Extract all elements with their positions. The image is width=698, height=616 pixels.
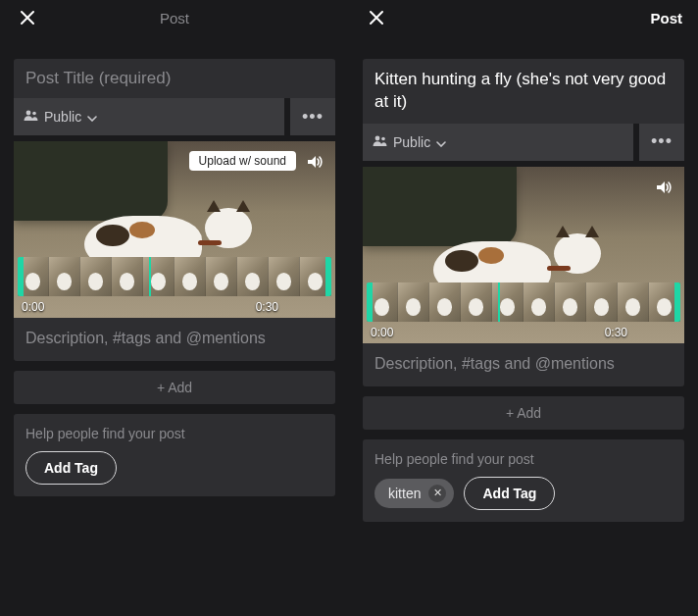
chevron-down-icon	[87, 109, 97, 125]
tag-section: Help people find your post kitten ✕ Add …	[363, 439, 684, 522]
tag-remove-icon[interactable]: ✕	[428, 485, 446, 502]
tag-help-label: Help people find your post	[25, 426, 324, 441]
header: Post	[14, 0, 335, 35]
description-input[interactable]: Description, #tags and @mentions	[14, 318, 335, 361]
more-options-button[interactable]: •••	[290, 98, 335, 135]
tag-row: kitten ✕ Add Tag	[374, 477, 673, 510]
header: Post	[363, 0, 684, 35]
time-start-label: 0:00	[371, 326, 393, 339]
close-icon[interactable]	[16, 6, 39, 29]
trim-handle-right[interactable]	[674, 282, 680, 322]
composer: Kitten hunting a fly (she's not very goo…	[363, 59, 684, 522]
people-icon	[24, 109, 38, 125]
svg-point-3	[381, 137, 385, 141]
close-icon[interactable]	[365, 6, 388, 29]
privacy-label: Public	[44, 109, 81, 125]
more-options-button[interactable]: •••	[639, 124, 684, 161]
sound-toggle-button[interactable]	[304, 151, 325, 173]
post-title-input[interactable]: Kitten hunting a fly (she's not very goo…	[363, 59, 684, 124]
tag-section: Help people find your post Add Tag	[14, 414, 335, 496]
trim-timeline[interactable]	[18, 257, 331, 296]
privacy-row: Public •••	[363, 124, 684, 161]
privacy-label: Public	[393, 134, 430, 150]
trim-handle-right[interactable]	[325, 257, 331, 296]
trim-timeline[interactable]	[367, 282, 680, 322]
video-preview[interactable]: Upload w/ sound 0:00 0:30	[14, 141, 335, 318]
left-panel: Post Post Title (required) Public •••	[0, 0, 349, 616]
description-input[interactable]: Description, #tags and @mentions	[363, 343, 684, 386]
add-media-button[interactable]: + Add	[363, 396, 684, 430]
tag-row: Add Tag	[25, 451, 324, 485]
svg-point-1	[32, 112, 36, 116]
ellipsis-icon: •••	[651, 131, 673, 152]
add-tag-button[interactable]: Add Tag	[25, 451, 117, 485]
svg-point-0	[26, 111, 31, 116]
tag-help-label: Help people find your post	[374, 451, 673, 467]
privacy-selector[interactable]: Public	[363, 124, 633, 161]
time-end-label: 0:30	[605, 326, 627, 339]
trim-handle-left[interactable]	[18, 257, 24, 296]
right-panel: Post Kitten hunting a fly (she's not ver…	[349, 0, 698, 616]
post-submit-button[interactable]: Post	[650, 10, 682, 26]
tag-chip-label: kitten	[388, 486, 421, 501]
sound-toggle-button[interactable]	[653, 177, 674, 198]
privacy-row: Public •••	[14, 98, 335, 135]
people-icon	[373, 134, 387, 150]
post-title-input[interactable]: Post Title (required)	[14, 59, 335, 98]
add-tag-button[interactable]: Add Tag	[464, 477, 555, 510]
tag-chip[interactable]: kitten ✕	[374, 479, 454, 508]
chevron-down-icon	[436, 134, 446, 150]
playhead[interactable]	[149, 257, 151, 296]
svg-point-2	[375, 135, 380, 140]
playhead[interactable]	[498, 282, 500, 322]
privacy-selector[interactable]: Public	[14, 98, 284, 135]
add-media-button[interactable]: + Add	[14, 371, 335, 404]
composer: Post Title (required) Public •••	[14, 59, 335, 496]
time-end-label: 0:30	[256, 300, 278, 314]
ellipsis-icon: •••	[302, 107, 324, 128]
time-start-label: 0:00	[22, 300, 44, 314]
video-preview[interactable]: 0:00 0:30	[363, 167, 684, 343]
trim-handle-left[interactable]	[367, 282, 373, 322]
post-submit-button[interactable]: Post	[160, 10, 189, 26]
